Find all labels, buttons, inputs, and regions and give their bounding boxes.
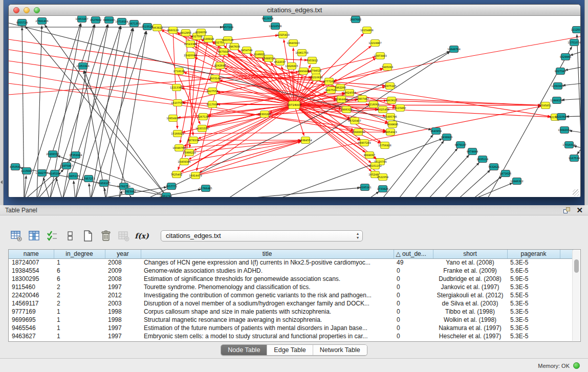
table-cell-year[interactable]: 1998: [105, 308, 141, 316]
table-cell-short[interactable]: Hescheler et al. (1997): [433, 332, 507, 340]
table-cell-short[interactable]: Wolkin et al. (1998): [433, 316, 507, 324]
graph-edge[interactable]: [9, 39, 336, 87]
graph-edge[interactable]: [561, 99, 580, 100]
table-cell-year[interactable]: 1998: [105, 316, 141, 324]
tab-node-table[interactable]: Node Table: [221, 345, 267, 355]
table-cell-short[interactable]: Yano et al. (2008): [433, 258, 507, 267]
left-splitter[interactable]: [0, 0, 4, 205]
table-cell-short[interactable]: Tibbo et al. (1998): [433, 308, 507, 316]
float-panel-icon[interactable]: [563, 207, 570, 213]
table-cell-short[interactable]: Stergiakouli et al. (2012): [433, 291, 507, 299]
table-row[interactable]: 946554611997Estimation of the future num…: [9, 324, 573, 332]
rows-icon[interactable]: [64, 230, 76, 242]
collapse-arrow-icon[interactable]: [1, 180, 3, 184]
table-row[interactable]: 946362711997Embryonic stem cells: a mode…: [9, 332, 573, 340]
right-splitter[interactable]: [584, 0, 588, 205]
table-scrollbar-thumb[interactable]: [574, 259, 579, 273]
network-window[interactable]: citations_edges.txt 18724007183002951938…: [8, 4, 581, 197]
table-cell-short[interactable]: Nakamura et al. (1997): [433, 324, 507, 332]
graph-edge[interactable]: [75, 25, 108, 197]
table-cell-short[interactable]: Jankovic et al. (1997): [433, 283, 507, 291]
table-cell-out_degree[interactable]: 0: [394, 324, 433, 332]
table-cell-year[interactable]: 2012: [105, 291, 141, 299]
table-cell-title[interactable]: Genome-wide association studies in ADHD.: [141, 267, 394, 275]
table-cell-name[interactable]: 9699695: [9, 316, 54, 324]
graph-edge[interactable]: [566, 116, 580, 117]
table-cell-name[interactable]: 22420046: [9, 291, 54, 299]
table-cell-out_degree[interactable]: 0: [394, 291, 433, 299]
table-row[interactable]: 1872400712008Changes of HCN gene express…: [9, 258, 573, 267]
table-cell-short[interactable]: de Silva et al. (2003): [433, 299, 507, 308]
select-all-icon[interactable]: [46, 230, 58, 242]
table-cell-in_degree[interactable]: 1: [54, 258, 105, 267]
network-canvas[interactable]: 1872400718300295193845541232541918640910…: [9, 16, 580, 197]
table-cell-year[interactable]: 2009: [105, 267, 141, 275]
table-cell-year[interactable]: 2008: [105, 275, 141, 283]
table-cell-in_degree[interactable]: 1: [54, 308, 105, 316]
close-panel-icon[interactable]: ✕: [576, 207, 583, 214]
table-cell-short[interactable]: Dudbridge et al. (2008): [433, 275, 507, 283]
table-cell-out_degree[interactable]: 49: [394, 258, 433, 267]
table-cell-pagerank[interactable]: 5.3E-5: [507, 324, 560, 332]
column-header-year[interactable]: year: [105, 250, 141, 258]
table-cell-year[interactable]: 1997: [105, 283, 141, 291]
graph-edge[interactable]: [398, 141, 444, 197]
table-cell-short[interactable]: Franke et al. (2009): [433, 267, 507, 275]
graph-edge[interactable]: [471, 183, 513, 197]
table-cell-out_degree[interactable]: 0: [394, 332, 433, 340]
memory-ok-indicator[interactable]: [573, 362, 580, 369]
table-cell-title[interactable]: Estimation of significance thresholds fo…: [141, 275, 394, 283]
graph-edge[interactable]: [195, 142, 301, 176]
graph-edge[interactable]: [413, 148, 458, 197]
tab-network-table[interactable]: Network Table: [313, 345, 367, 355]
table-row[interactable]: 1456911722003Disruption of a novel membe…: [9, 299, 573, 308]
table-cell-year[interactable]: 2003: [105, 299, 141, 308]
table-cell-year[interactable]: 2008: [105, 258, 141, 267]
table-cell-year[interactable]: 1997: [105, 324, 141, 332]
table-cell-out_degree[interactable]: 0: [394, 275, 433, 283]
table-cell-out_degree[interactable]: 0: [394, 308, 433, 316]
table-cell-year[interactable]: 1997: [105, 332, 141, 340]
table-row[interactable]: 2242004622012Investigating the contribut…: [9, 291, 573, 299]
graph-edge[interactable]: [570, 52, 580, 55]
graph-edge[interactable]: [294, 105, 541, 105]
column-header-short[interactable]: short: [433, 250, 507, 258]
table-cell-title[interactable]: Estimation of the future numbers of pati…: [141, 324, 394, 332]
column-header-pagerank[interactable]: pagerank: [507, 250, 560, 258]
graph-edge[interactable]: [130, 196, 132, 197]
table-cell-out_degree[interactable]: 0: [394, 267, 433, 275]
table-cell-pagerank[interactable]: 5.3E-5: [507, 283, 560, 291]
graph-edge[interactable]: [367, 191, 379, 197]
table-cell-pagerank[interactable]: 5.9E-5: [507, 275, 560, 283]
table-cell-title[interactable]: Tourette syndrome. Phenomenology and cla…: [141, 283, 394, 291]
new-table-icon[interactable]: [82, 230, 94, 242]
column-visibility-icon[interactable]: [28, 230, 40, 242]
table-cell-out_degree[interactable]: 0: [394, 316, 433, 324]
network-graph[interactable]: 1872400718300295193845541232541918640910…: [9, 16, 580, 197]
graph-edge[interactable]: [443, 162, 480, 197]
delete-attribute-icon[interactable]: [100, 230, 112, 242]
resize-grip[interactable]: [573, 189, 579, 196]
table-cell-in_degree[interactable]: 6: [54, 267, 105, 275]
graph-edge[interactable]: [62, 25, 95, 197]
column-header-out_degree[interactable]: △ out_de...: [394, 250, 433, 258]
graph-edge[interactable]: [173, 30, 178, 129]
graph-edge[interactable]: [294, 99, 358, 105]
column-header-title[interactable]: title: [141, 250, 394, 258]
table-cell-out_degree[interactable]: 0: [394, 299, 433, 308]
graph-edge[interactable]: [577, 148, 580, 155]
table-cell-pagerank[interactable]: 5.3E-5: [507, 258, 560, 267]
graph-edge[interactable]: [9, 50, 337, 99]
table-cell-in_degree[interactable]: 1: [54, 324, 105, 332]
table-cell-name[interactable]: 9465546: [9, 324, 54, 332]
table-selector-dropdown[interactable]: citations_edges.txt ▴▾: [161, 230, 363, 242]
function-builder-icon[interactable]: f(x): [136, 230, 148, 242]
network-window-titlebar[interactable]: citations_edges.txt: [9, 5, 580, 16]
graph-edge[interactable]: [56, 178, 62, 197]
column-header-in_degree[interactable]: in_degree: [54, 250, 105, 258]
column-header-name[interactable]: name: [9, 250, 54, 258]
graph-edge[interactable]: [186, 33, 193, 136]
graph-edge[interactable]: [457, 170, 490, 197]
table-row[interactable]: 1938455462009Genome-wide association stu…: [9, 267, 573, 275]
table-cell-title[interactable]: Changes of HCN gene expression and I(f) …: [141, 258, 394, 267]
